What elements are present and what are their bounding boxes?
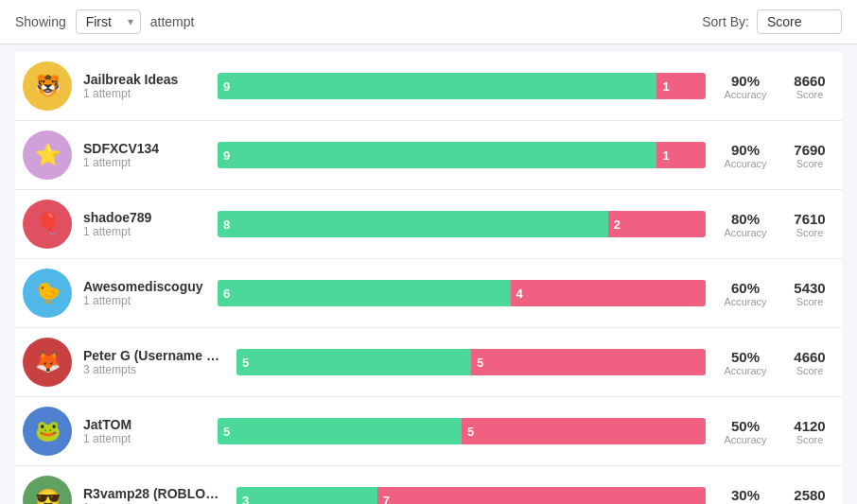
score-bar: 8 2 xyxy=(218,211,706,237)
showing-label: Showing xyxy=(15,14,66,29)
attempts-label: 1 attempt xyxy=(83,87,206,100)
score-label: Score xyxy=(785,365,834,376)
username: JatTOM xyxy=(83,417,206,432)
accuracy-label: Accuracy xyxy=(717,365,774,376)
score-label: Score xyxy=(785,296,834,307)
correct-bar: 9 xyxy=(218,73,656,99)
score-block: 5430 Score xyxy=(785,280,834,307)
attempt-select-wrapper[interactable]: First Last Best ▾ xyxy=(76,9,141,34)
correct-bar: 3 xyxy=(236,487,377,504)
username: Peter G (Username m... xyxy=(83,348,225,363)
username: Awesomediscoguy xyxy=(83,279,206,294)
incorrect-bar: 5 xyxy=(462,418,706,444)
user-info: shadoe789 1 attempt xyxy=(83,210,206,238)
user-info: Peter G (Username m... 3 attempts xyxy=(83,348,225,376)
score-value: 7690 xyxy=(785,142,834,158)
score-label: Score xyxy=(785,227,834,238)
accuracy-block: 50% Accuracy xyxy=(717,349,774,376)
accuracy-block: 30% Accuracy xyxy=(717,487,774,505)
incorrect-bar: 5 xyxy=(471,349,706,375)
avatar: 🦊 xyxy=(23,338,72,387)
avatar: 🐤 xyxy=(23,269,72,318)
avatar: 🎈 xyxy=(23,200,72,249)
incorrect-bar: 2 xyxy=(608,211,706,237)
score-block: 4660 Score xyxy=(785,349,834,376)
incorrect-bar: 1 xyxy=(656,73,706,99)
accuracy-label: Accuracy xyxy=(717,434,774,445)
correct-bar: 6 xyxy=(218,280,511,306)
attempts-label: 3 attempts xyxy=(83,363,225,376)
table-row: 🐸 JatTOM 1 attempt 5 5 50% Accuracy 4120… xyxy=(15,397,842,466)
username: SDFXCV134 xyxy=(83,141,206,156)
accuracy-value: 50% xyxy=(717,349,774,365)
user-info: Jailbreak Ideas 1 attempt xyxy=(83,72,206,100)
accuracy-block: 90% Accuracy xyxy=(717,142,774,169)
score-bar: 5 5 xyxy=(218,418,706,444)
leaderboard: 🐯 Jailbreak Ideas 1 attempt 9 1 90% Accu… xyxy=(0,44,857,504)
user-info: Awesomediscoguy 1 attempt xyxy=(83,279,206,307)
score-block: 2580 Score xyxy=(785,487,834,505)
accuracy-block: 90% Accuracy xyxy=(717,73,774,100)
attempts-label: 1 attempt xyxy=(83,432,206,445)
attempt-select[interactable]: First Last Best xyxy=(76,9,141,34)
incorrect-bar: 4 xyxy=(511,280,706,306)
score-bar: 6 4 xyxy=(218,280,706,306)
sort-label: Sort By: xyxy=(702,14,749,29)
avatar: 🐯 xyxy=(23,61,72,111)
accuracy-value: 80% xyxy=(717,211,774,227)
score-bar: 9 1 xyxy=(218,142,706,168)
correct-bar: 8 xyxy=(218,211,608,237)
table-row: ⭐ SDFXCV134 1 attempt 9 1 90% Accuracy 7… xyxy=(15,121,842,190)
username: R3vamp28 (ROBLOX u... xyxy=(83,486,225,501)
table-row: 🦊 Peter G (Username m... 3 attempts 5 5 … xyxy=(15,328,842,397)
score-value: 4120 xyxy=(785,418,834,434)
sort-input[interactable] xyxy=(757,9,842,34)
correct-bar: 5 xyxy=(218,418,462,444)
correct-bar: 9 xyxy=(218,142,656,168)
incorrect-bar: 1 xyxy=(656,142,706,168)
accuracy-value: 90% xyxy=(717,73,774,89)
avatar: 🐸 xyxy=(23,407,72,456)
avatar: 😎 xyxy=(23,476,72,504)
score-value: 5430 xyxy=(785,280,834,296)
table-row: 😎 R3vamp28 (ROBLOX u... 1 attempt 3 7 30… xyxy=(15,466,842,504)
accuracy-value: 50% xyxy=(717,418,774,434)
user-info: R3vamp28 (ROBLOX u... 1 attempt xyxy=(83,486,225,504)
top-bar: Showing First Last Best ▾ attempt Sort B… xyxy=(0,0,857,44)
score-block: 4120 Score xyxy=(785,418,834,445)
accuracy-label: Accuracy xyxy=(717,227,774,238)
user-info: JatTOM 1 attempt xyxy=(83,417,206,445)
score-value: 4660 xyxy=(785,349,834,365)
attempt-label: attempt xyxy=(150,14,195,29)
sort-section: Sort By: xyxy=(702,9,842,34)
score-value: 2580 xyxy=(785,487,834,503)
accuracy-block: 80% Accuracy xyxy=(717,211,774,238)
accuracy-label: Accuracy xyxy=(717,158,774,169)
table-row: 🐯 Jailbreak Ideas 1 attempt 9 1 90% Accu… xyxy=(15,52,842,121)
table-row: 🎈 shadoe789 1 attempt 8 2 80% Accuracy 7… xyxy=(15,190,842,259)
accuracy-label: Accuracy xyxy=(717,296,774,307)
score-value: 7610 xyxy=(785,211,834,227)
correct-bar: 5 xyxy=(236,349,471,375)
score-block: 7690 Score xyxy=(785,142,834,169)
accuracy-value: 30% xyxy=(717,487,774,503)
accuracy-value: 90% xyxy=(717,142,774,158)
accuracy-block: 60% Accuracy xyxy=(717,280,774,307)
incorrect-bar: 7 xyxy=(377,487,706,504)
score-label: Score xyxy=(785,158,834,169)
attempts-label: 1 attempt xyxy=(83,294,206,307)
accuracy-value: 60% xyxy=(717,280,774,296)
avatar: ⭐ xyxy=(23,130,72,180)
score-bar: 5 5 xyxy=(236,349,706,375)
score-block: 7610 Score xyxy=(785,211,834,238)
accuracy-block: 50% Accuracy xyxy=(717,418,774,445)
score-bar: 9 1 xyxy=(218,73,706,99)
attempts-label: 1 attempt xyxy=(83,156,206,169)
score-label: Score xyxy=(785,434,834,445)
score-bar: 3 7 xyxy=(236,487,706,504)
score-block: 8660 Score xyxy=(785,73,834,100)
accuracy-label: Accuracy xyxy=(717,89,774,100)
attempts-label: 1 attempt xyxy=(83,225,206,238)
score-value: 8660 xyxy=(785,73,834,89)
user-info: SDFXCV134 1 attempt xyxy=(83,141,206,169)
